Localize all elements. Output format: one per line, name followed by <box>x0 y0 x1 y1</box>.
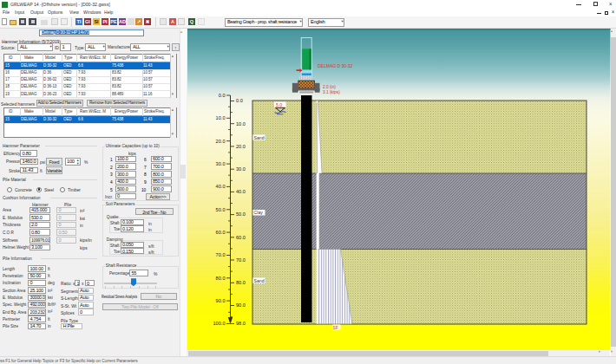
svg-text:70.0: 70.0 <box>236 257 246 263</box>
svg-text:2.0 (in): 2.0 (in) <box>323 85 336 89</box>
svg-text:0.0: 0.0 <box>236 98 243 103</box>
svg-text:10.0: 10.0 <box>216 115 226 120</box>
svg-text:30.0: 30.0 <box>216 161 226 166</box>
svg-text:0.0: 0.0 <box>219 93 226 98</box>
svg-text:98.0: 98.0 <box>236 321 246 326</box>
svg-text:90.0: 90.0 <box>216 298 226 303</box>
svg-text:3.1 (kips): 3.1 (kips) <box>323 90 340 94</box>
svg-text:DELMAG D 30-32: DELMAG D 30-32 <box>318 63 353 68</box>
svg-text:90.0: 90.0 <box>236 302 246 308</box>
svg-text:50.0: 50.0 <box>236 211 246 217</box>
svg-text:40.0: 40.0 <box>236 189 246 194</box>
svg-text:80.0: 80.0 <box>236 280 246 285</box>
svg-text:20.0: 20.0 <box>216 139 226 144</box>
svg-text:10.0: 10.0 <box>236 121 246 127</box>
svg-text:50.0: 50.0 <box>216 207 226 212</box>
svg-text:40.0: 40.0 <box>216 184 226 189</box>
svg-text:70.0: 70.0 <box>216 252 226 257</box>
svg-text:20.0: 20.0 <box>236 144 246 149</box>
svg-text:30.0: 30.0 <box>236 166 246 172</box>
svg-text:5.0: 5.0 <box>276 102 282 107</box>
svg-text:100.0: 100.0 <box>213 321 226 326</box>
svg-text:80.0: 80.0 <box>216 276 226 281</box>
svg-text:60.0: 60.0 <box>216 230 226 235</box>
svg-text:Clay: Clay <box>254 210 264 215</box>
svg-text:60.0: 60.0 <box>236 235 246 240</box>
svg-text:SF: SF <box>333 326 338 330</box>
svg-text:Sand: Sand <box>254 278 265 283</box>
svg-text:Sand: Sand <box>254 135 265 140</box>
